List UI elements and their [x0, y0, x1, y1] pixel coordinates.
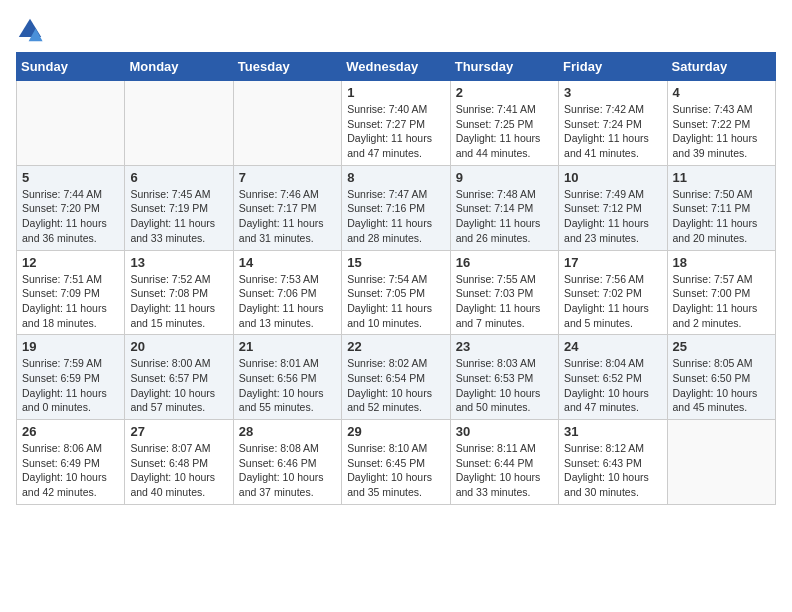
- day-number: 29: [347, 424, 444, 439]
- day-info: Sunrise: 7:44 AM Sunset: 7:20 PM Dayligh…: [22, 187, 119, 246]
- day-number: 31: [564, 424, 661, 439]
- day-number: 23: [456, 339, 553, 354]
- day-info: Sunrise: 8:00 AM Sunset: 6:57 PM Dayligh…: [130, 356, 227, 415]
- calendar-cell: 5Sunrise: 7:44 AM Sunset: 7:20 PM Daylig…: [17, 165, 125, 250]
- calendar-cell: 1Sunrise: 7:40 AM Sunset: 7:27 PM Daylig…: [342, 81, 450, 166]
- day-number: 13: [130, 255, 227, 270]
- day-number: 3: [564, 85, 661, 100]
- day-number: 9: [456, 170, 553, 185]
- calendar-cell: 12Sunrise: 7:51 AM Sunset: 7:09 PM Dayli…: [17, 250, 125, 335]
- day-number: 16: [456, 255, 553, 270]
- day-number: 10: [564, 170, 661, 185]
- weekday-header-tuesday: Tuesday: [233, 53, 341, 81]
- logo: [16, 16, 48, 44]
- calendar-cell: 10Sunrise: 7:49 AM Sunset: 7:12 PM Dayli…: [559, 165, 667, 250]
- day-number: 26: [22, 424, 119, 439]
- day-number: 25: [673, 339, 770, 354]
- calendar-week-row: 5Sunrise: 7:44 AM Sunset: 7:20 PM Daylig…: [17, 165, 776, 250]
- weekday-header-thursday: Thursday: [450, 53, 558, 81]
- day-number: 27: [130, 424, 227, 439]
- day-info: Sunrise: 7:59 AM Sunset: 6:59 PM Dayligh…: [22, 356, 119, 415]
- calendar-cell: [17, 81, 125, 166]
- day-number: 14: [239, 255, 336, 270]
- calendar-cell: 24Sunrise: 8:04 AM Sunset: 6:52 PM Dayli…: [559, 335, 667, 420]
- calendar-cell: 27Sunrise: 8:07 AM Sunset: 6:48 PM Dayli…: [125, 420, 233, 505]
- calendar-cell: 18Sunrise: 7:57 AM Sunset: 7:00 PM Dayli…: [667, 250, 775, 335]
- day-info: Sunrise: 7:55 AM Sunset: 7:03 PM Dayligh…: [456, 272, 553, 331]
- day-info: Sunrise: 8:04 AM Sunset: 6:52 PM Dayligh…: [564, 356, 661, 415]
- day-info: Sunrise: 7:46 AM Sunset: 7:17 PM Dayligh…: [239, 187, 336, 246]
- day-info: Sunrise: 8:11 AM Sunset: 6:44 PM Dayligh…: [456, 441, 553, 500]
- day-info: Sunrise: 8:08 AM Sunset: 6:46 PM Dayligh…: [239, 441, 336, 500]
- weekday-header-friday: Friday: [559, 53, 667, 81]
- calendar-cell: [667, 420, 775, 505]
- day-info: Sunrise: 7:40 AM Sunset: 7:27 PM Dayligh…: [347, 102, 444, 161]
- day-number: 11: [673, 170, 770, 185]
- day-info: Sunrise: 7:56 AM Sunset: 7:02 PM Dayligh…: [564, 272, 661, 331]
- day-info: Sunrise: 7:52 AM Sunset: 7:08 PM Dayligh…: [130, 272, 227, 331]
- day-number: 4: [673, 85, 770, 100]
- weekday-header-monday: Monday: [125, 53, 233, 81]
- day-info: Sunrise: 8:07 AM Sunset: 6:48 PM Dayligh…: [130, 441, 227, 500]
- day-info: Sunrise: 8:03 AM Sunset: 6:53 PM Dayligh…: [456, 356, 553, 415]
- calendar-cell: 30Sunrise: 8:11 AM Sunset: 6:44 PM Dayli…: [450, 420, 558, 505]
- day-number: 18: [673, 255, 770, 270]
- day-info: Sunrise: 7:54 AM Sunset: 7:05 PM Dayligh…: [347, 272, 444, 331]
- day-number: 2: [456, 85, 553, 100]
- calendar-cell: 6Sunrise: 7:45 AM Sunset: 7:19 PM Daylig…: [125, 165, 233, 250]
- day-number: 24: [564, 339, 661, 354]
- calendar-cell: 13Sunrise: 7:52 AM Sunset: 7:08 PM Dayli…: [125, 250, 233, 335]
- day-number: 7: [239, 170, 336, 185]
- day-info: Sunrise: 7:51 AM Sunset: 7:09 PM Dayligh…: [22, 272, 119, 331]
- day-number: 15: [347, 255, 444, 270]
- day-info: Sunrise: 7:48 AM Sunset: 7:14 PM Dayligh…: [456, 187, 553, 246]
- calendar-cell: 26Sunrise: 8:06 AM Sunset: 6:49 PM Dayli…: [17, 420, 125, 505]
- calendar-cell: 14Sunrise: 7:53 AM Sunset: 7:06 PM Dayli…: [233, 250, 341, 335]
- day-info: Sunrise: 7:43 AM Sunset: 7:22 PM Dayligh…: [673, 102, 770, 161]
- day-number: 19: [22, 339, 119, 354]
- day-number: 12: [22, 255, 119, 270]
- day-number: 22: [347, 339, 444, 354]
- weekday-header-wednesday: Wednesday: [342, 53, 450, 81]
- calendar-cell: 25Sunrise: 8:05 AM Sunset: 6:50 PM Dayli…: [667, 335, 775, 420]
- day-info: Sunrise: 7:47 AM Sunset: 7:16 PM Dayligh…: [347, 187, 444, 246]
- calendar-cell: 8Sunrise: 7:47 AM Sunset: 7:16 PM Daylig…: [342, 165, 450, 250]
- calendar-cell: 17Sunrise: 7:56 AM Sunset: 7:02 PM Dayli…: [559, 250, 667, 335]
- day-info: Sunrise: 7:53 AM Sunset: 7:06 PM Dayligh…: [239, 272, 336, 331]
- calendar-cell: 2Sunrise: 7:41 AM Sunset: 7:25 PM Daylig…: [450, 81, 558, 166]
- day-number: 6: [130, 170, 227, 185]
- day-info: Sunrise: 7:57 AM Sunset: 7:00 PM Dayligh…: [673, 272, 770, 331]
- calendar-cell: 3Sunrise: 7:42 AM Sunset: 7:24 PM Daylig…: [559, 81, 667, 166]
- calendar-week-row: 1Sunrise: 7:40 AM Sunset: 7:27 PM Daylig…: [17, 81, 776, 166]
- day-info: Sunrise: 8:05 AM Sunset: 6:50 PM Dayligh…: [673, 356, 770, 415]
- calendar-cell: 20Sunrise: 8:00 AM Sunset: 6:57 PM Dayli…: [125, 335, 233, 420]
- day-info: Sunrise: 7:45 AM Sunset: 7:19 PM Dayligh…: [130, 187, 227, 246]
- calendar-cell: 11Sunrise: 7:50 AM Sunset: 7:11 PM Dayli…: [667, 165, 775, 250]
- calendar-cell: 16Sunrise: 7:55 AM Sunset: 7:03 PM Dayli…: [450, 250, 558, 335]
- calendar-cell: 4Sunrise: 7:43 AM Sunset: 7:22 PM Daylig…: [667, 81, 775, 166]
- day-number: 28: [239, 424, 336, 439]
- calendar-cell: 19Sunrise: 7:59 AM Sunset: 6:59 PM Dayli…: [17, 335, 125, 420]
- calendar-week-row: 19Sunrise: 7:59 AM Sunset: 6:59 PM Dayli…: [17, 335, 776, 420]
- day-info: Sunrise: 8:02 AM Sunset: 6:54 PM Dayligh…: [347, 356, 444, 415]
- calendar-cell: 21Sunrise: 8:01 AM Sunset: 6:56 PM Dayli…: [233, 335, 341, 420]
- day-info: Sunrise: 7:42 AM Sunset: 7:24 PM Dayligh…: [564, 102, 661, 161]
- weekday-header-row: SundayMondayTuesdayWednesdayThursdayFrid…: [17, 53, 776, 81]
- calendar-cell: 28Sunrise: 8:08 AM Sunset: 6:46 PM Dayli…: [233, 420, 341, 505]
- day-info: Sunrise: 8:10 AM Sunset: 6:45 PM Dayligh…: [347, 441, 444, 500]
- calendar-cell: 23Sunrise: 8:03 AM Sunset: 6:53 PM Dayli…: [450, 335, 558, 420]
- calendar-week-row: 26Sunrise: 8:06 AM Sunset: 6:49 PM Dayli…: [17, 420, 776, 505]
- calendar-cell: 15Sunrise: 7:54 AM Sunset: 7:05 PM Dayli…: [342, 250, 450, 335]
- calendar-cell: 7Sunrise: 7:46 AM Sunset: 7:17 PM Daylig…: [233, 165, 341, 250]
- day-info: Sunrise: 8:12 AM Sunset: 6:43 PM Dayligh…: [564, 441, 661, 500]
- day-number: 20: [130, 339, 227, 354]
- day-number: 1: [347, 85, 444, 100]
- calendar-cell: 9Sunrise: 7:48 AM Sunset: 7:14 PM Daylig…: [450, 165, 558, 250]
- calendar-cell: 22Sunrise: 8:02 AM Sunset: 6:54 PM Dayli…: [342, 335, 450, 420]
- weekday-header-sunday: Sunday: [17, 53, 125, 81]
- day-number: 21: [239, 339, 336, 354]
- day-number: 17: [564, 255, 661, 270]
- calendar-table: SundayMondayTuesdayWednesdayThursdayFrid…: [16, 52, 776, 505]
- logo-icon: [16, 16, 44, 44]
- calendar-cell: 29Sunrise: 8:10 AM Sunset: 6:45 PM Dayli…: [342, 420, 450, 505]
